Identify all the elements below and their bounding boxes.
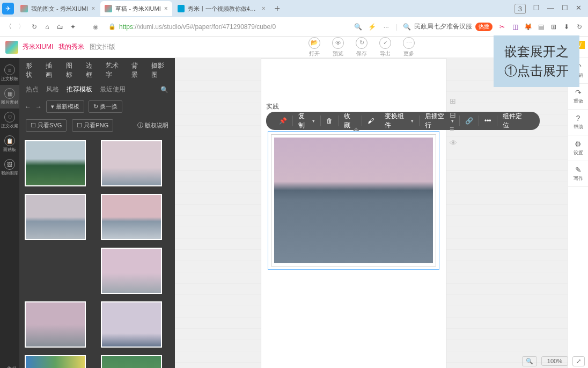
more-button[interactable]: ⋯更多 [403, 37, 415, 57]
transform-button[interactable]: 变换组件 ▾ [379, 112, 419, 130]
cat-tab[interactable]: 形状 [26, 61, 37, 83]
grid-icon-2[interactable]: ⊟ [450, 111, 457, 119]
delete-button[interactable]: 🗑 [321, 112, 338, 130]
url-box[interactable]: 🔒 https://xiumi.us/studio/v5#/paper/for/… [104, 20, 340, 34]
export-button[interactable]: ✓导出 [379, 37, 391, 57]
write-button[interactable]: ✎写作 [568, 161, 588, 187]
thumbnail[interactable] [25, 301, 86, 348]
sub-tab[interactable]: 风格 [46, 85, 59, 94]
shield-icon[interactable]: ◉ [91, 23, 100, 31]
reload-icon[interactable]: ↻ [30, 23, 39, 31]
apps-icon[interactable]: ⊞ [549, 23, 558, 31]
restore-icon[interactable]: ❐ [533, 4, 540, 14]
sub-tab[interactable]: 最近使用 [100, 85, 126, 94]
copy-button[interactable]: 复制 ▾ [293, 112, 320, 130]
zoom-fit-icon[interactable]: 🔍 [522, 356, 537, 366]
only-svg-button[interactable]: ☐ 只看SVG [26, 119, 67, 132]
tab-counter[interactable]: 3 [514, 4, 526, 14]
open-button[interactable]: 📂打开 [308, 37, 320, 57]
minimize-icon[interactable]: — [547, 4, 554, 14]
help-button[interactable]: ?帮助 [568, 110, 588, 135]
tutorial-callout: 嵌套展开之 ①点击展开 [494, 35, 579, 87]
browser-tab-1[interactable]: 草稿 - 秀米XIUMI × [100, 1, 172, 16]
ext-icon-2[interactable]: 🦊 [524, 23, 532, 31]
preview-button[interactable]: 👁预览 [332, 37, 344, 57]
ext-icon-1[interactable]: ◫ [511, 23, 519, 31]
xiumi-logo[interactable] [5, 41, 18, 54]
search-icon[interactable]: 🔍 [354, 23, 363, 31]
latest-template-button[interactable]: ▾ 最新模板 [46, 100, 84, 113]
sub-tab[interactable]: 热点 [26, 85, 39, 94]
briefcase-icon[interactable]: 🗂 [56, 23, 64, 31]
link-button[interactable]: 🔗 [460, 112, 479, 130]
browser-tab-2[interactable]: 秀米丨一个视频教你做4种svg × [173, 1, 270, 16]
download-icon[interactable]: ⬇ [562, 23, 571, 31]
close-icon[interactable]: × [164, 5, 168, 12]
thumbnail[interactable] [101, 248, 162, 294]
rail-clipboard[interactable]: 📋面贴板 [0, 132, 19, 156]
maximize-icon[interactable]: ☐ [562, 4, 568, 14]
thumbnail[interactable] [25, 140, 86, 186]
settings-button[interactable]: ⚙设置 [568, 135, 588, 161]
eye-icon[interactable]: 👁 [450, 139, 457, 147]
rail-template[interactable]: ≡正文模板 [0, 61, 19, 85]
breadcrumb-item[interactable]: 图文排版 [90, 42, 115, 52]
bottom-bar: 🔍 100% ⤢ [522, 354, 585, 368]
sub-tab[interactable]: 推荐模板 [67, 85, 92, 94]
cat-tab[interactable]: 图标 [66, 61, 77, 83]
cat-tab[interactable]: 插画 [46, 61, 57, 83]
home-icon[interactable]: ⌂ [43, 23, 52, 31]
canvas-area[interactable]: 实践 📌 复制 ▾ 🗑 收藏 🖌 变换组件 ▾ 后插空行 ▾ 🔗 ••• 组件定… [175, 58, 568, 368]
next-icon[interactable]: → [35, 103, 42, 111]
prev-icon[interactable]: ← [25, 103, 31, 111]
cat-tab[interactable]: 摄影图 [151, 61, 168, 83]
save-button[interactable]: ↻保存 [356, 37, 367, 57]
breadcrumb-item[interactable]: 我的秀米 [58, 42, 84, 52]
search-icon: 🔍 [403, 23, 411, 31]
copyright-link[interactable]: ⓘ 版权说明 [137, 121, 168, 129]
selected-element[interactable] [268, 131, 439, 270]
thumbnail[interactable] [25, 194, 86, 240]
grid-icon[interactable]: ⊞ [450, 97, 457, 105]
sync-icon[interactable]: ↻ [575, 23, 584, 31]
rail-favorites[interactable]: ♡正文收藏 [0, 109, 19, 132]
close-window-icon[interactable]: ✕ [576, 4, 582, 14]
telegram-icon[interactable]: ✈ [2, 3, 14, 15]
format-button[interactable]: 🖌 [362, 112, 379, 130]
shuffle-button[interactable]: ↻ 换一换 [89, 100, 122, 113]
scissors-icon[interactable]: ✂ [498, 23, 506, 31]
rail-my-gallery[interactable]: 🖼我的图库 [0, 156, 19, 179]
rail-image-material[interactable]: ▦图片素材 [0, 85, 19, 109]
more-button[interactable]: ••• [479, 112, 497, 130]
redo-button[interactable]: ↷重做 [568, 84, 588, 110]
search-icon[interactable]: 🔍 [160, 86, 168, 93]
thumbnail[interactable] [101, 301, 162, 348]
right-rail: ↶撤销 ↷重做 ?帮助 ⚙设置 ✎写作 [568, 58, 588, 368]
close-icon[interactable]: × [91, 5, 95, 12]
new-tab-button[interactable]: + [271, 2, 284, 15]
locate-component-button[interactable]: 组件定位 [497, 112, 532, 130]
only-png-button[interactable]: ☐ 只看PNG [72, 119, 113, 132]
zoom-tool-icon[interactable]: ⤢ [572, 356, 585, 366]
thumbnail[interactable] [101, 140, 162, 186]
cat-tab[interactable]: 艺术字 [106, 61, 123, 83]
more-icon[interactable]: ··· [382, 23, 391, 31]
search-input[interactable]: 🔍 民政局七夕准备汉服 热搜 [403, 22, 493, 31]
thumbnail[interactable] [101, 355, 162, 368]
rail-collapse[interactable]: « 收起 [2, 362, 17, 368]
browser-tab-0[interactable]: 我的图文 - 秀米XIUMI × [16, 1, 99, 16]
flash-icon[interactable]: ⚡ [368, 23, 377, 31]
ext-icon-3[interactable]: ▤ [536, 23, 545, 31]
forward-icon[interactable]: 〉 [17, 23, 26, 31]
thumbnail[interactable] [101, 194, 162, 240]
puzzle-icon[interactable]: ✦ [69, 23, 77, 31]
thumbnail[interactable] [25, 355, 86, 368]
back-icon[interactable]: 〈 [4, 23, 13, 31]
list-icon[interactable]: ≡ [450, 125, 457, 133]
pin-button[interactable]: 📌 [274, 112, 292, 130]
zoom-level[interactable]: 100% [541, 356, 568, 366]
cat-tab[interactable]: 边框 [86, 61, 97, 83]
cat-tab[interactable]: 背景 [131, 61, 143, 83]
close-icon[interactable]: × [262, 5, 266, 12]
breadcrumb-item[interactable]: 秀米XIUMI [23, 42, 53, 52]
